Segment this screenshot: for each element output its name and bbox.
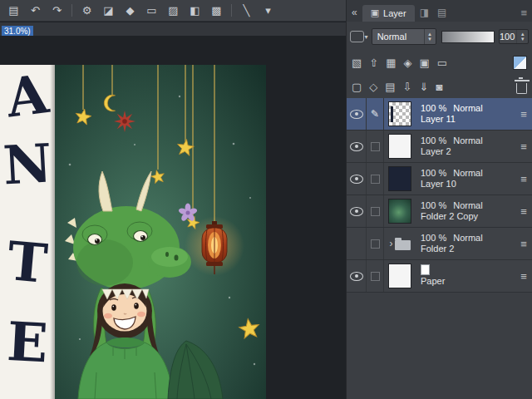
- palette-color-chevron-icon[interactable]: ▾: [365, 33, 368, 41]
- cover-letter: E: [0, 314, 57, 370]
- layer-thumbnail[interactable]: [384, 260, 416, 292]
- layer-edit-indicator: [367, 228, 384, 259]
- eraser-icon[interactable]: ◪: [101, 1, 116, 21]
- layer-name: Layer 2: [421, 146, 514, 156]
- clip-studio-paint-window: ▤↶↷⚙◪◆▭▨◧▩╲▾ 31.0%) A N T E: [0, 0, 532, 399]
- layer-row-folder-2[interactable]: › 100 %Normal Folder 2 ≡: [347, 228, 532, 260]
- layer-thumbnail[interactable]: [384, 131, 416, 162]
- lantern: [185, 216, 244, 276]
- layer-row-paper[interactable]: Paper ≡: [347, 260, 532, 293]
- set-as-reference-icon[interactable]: ▣: [420, 57, 430, 69]
- layer-menu-icon[interactable]: ≡: [515, 228, 532, 259]
- layer-property-row: ▧⇧▦◈▣▭: [352, 52, 527, 73]
- tab-layer-property-icon[interactable]: ◨: [420, 7, 429, 18]
- tone-icon[interactable]: ▩: [209, 1, 224, 21]
- layer-edit-indicator: [367, 260, 384, 292]
- new-raster-layer-icon[interactable]: ▢: [352, 81, 362, 93]
- clip-at-layer-icon[interactable]: ▧: [352, 57, 362, 69]
- dragon-illustration: [55, 65, 266, 399]
- layer-blend-mode: Normal: [453, 135, 482, 145]
- select-area-icon[interactable]: ▨: [166, 1, 180, 21]
- frame-icon[interactable]: ▭: [145, 1, 159, 21]
- layer-thumbnail[interactable]: [384, 195, 416, 227]
- create-layer-mask-icon[interactable]: ◙: [436, 81, 442, 93]
- layer-row-layer-10[interactable]: 100 %Normal Layer 10 ≡: [347, 163, 532, 195]
- tab-search-layer-icon[interactable]: ▤: [437, 7, 446, 18]
- layer-blend-mode: Normal: [453, 233, 482, 243]
- lock-layer-icon[interactable]: ▦: [386, 57, 396, 69]
- layer-row-layer-2[interactable]: 100 %Normal Layer 2 ≡: [347, 131, 532, 163]
- edit-target-chip: [371, 175, 380, 184]
- layer-opacity: 100 %: [421, 135, 446, 145]
- gradient-icon[interactable]: ◧: [188, 1, 202, 21]
- layer-row-folder-2-copy[interactable]: 100 %Normal Folder 2 Copy ≡: [347, 195, 532, 228]
- tool-dropdown-chevron-icon[interactable]: ▾: [261, 1, 275, 21]
- title-bar: 31.0%): [0, 22, 346, 36]
- undo-icon[interactable]: ↶: [28, 1, 42, 21]
- folder-expander[interactable]: ›: [384, 228, 416, 259]
- canvas-artwork[interactable]: [55, 65, 266, 399]
- edit-target-chip: [371, 207, 380, 216]
- layer-color-chip-icon[interactable]: [513, 56, 527, 70]
- opacity-spinner[interactable]: 100 ▴▾: [499, 29, 529, 44]
- spinner-chevrons-icon: ▴▾: [516, 30, 528, 43]
- layer-thumbnail[interactable]: [384, 98, 416, 130]
- layer-name: Folder 2: [421, 244, 514, 254]
- line-tool-icon[interactable]: ╲: [239, 1, 254, 21]
- snap-settings-icon[interactable]: ⚙: [80, 1, 94, 21]
- layer-edit-indicator: [367, 195, 384, 227]
- layer-menu-icon[interactable]: ≡: [515, 163, 532, 195]
- expand-chevron-icon[interactable]: ›: [390, 238, 393, 249]
- layer-visibility-toggle[interactable]: [347, 163, 367, 195]
- delete-layer-icon[interactable]: [516, 83, 527, 94]
- layer-visibility-toggle[interactable]: [347, 228, 367, 259]
- layer-row-layer-11[interactable]: ✎ 100 %Normal Layer 11 ≡: [347, 98, 532, 131]
- toolbar-divider: [231, 4, 232, 17]
- blend-mode-dropdown[interactable]: Normal ▴▾: [372, 28, 436, 45]
- eye-icon: [350, 110, 363, 119]
- layer-menu-icon[interactable]: ≡: [515, 131, 532, 162]
- opacity-slider[interactable]: [441, 31, 495, 43]
- ruler-icon[interactable]: ▭: [437, 57, 447, 69]
- tab-layer[interactable]: ▣ Layer: [362, 5, 415, 22]
- layer-menu-icon[interactable]: ≡: [515, 98, 532, 130]
- canvas-area[interactable]: A N T E: [0, 36, 346, 399]
- paste-icon[interactable]: ▤: [7, 1, 21, 21]
- layer-opacity: 100 %: [421, 233, 446, 243]
- layer-edit-indicator: ✎: [367, 98, 384, 130]
- fill-icon[interactable]: ◆: [123, 1, 137, 21]
- redo-icon[interactable]: ↷: [50, 1, 64, 21]
- toolbar-divider: [71, 4, 72, 17]
- layer-panel: « ▣ Layer ◨ ▤ ≡ ▾ Normal ▴▾ 100 ▴▾ ▧⇧▦◈▣…: [346, 0, 532, 399]
- layer-blend-mode: Normal: [453, 168, 482, 178]
- layer-thumbnail[interactable]: [384, 163, 416, 195]
- palette-color-icon[interactable]: [350, 31, 364, 42]
- folder-icon: [395, 240, 411, 250]
- layer-name: Folder 2 Copy: [421, 211, 514, 221]
- layer-panel-header: « ▣ Layer ◨ ▤ ≡: [347, 0, 532, 22]
- edit-target-chip: [371, 272, 380, 281]
- lock-transparent-pixels-icon[interactable]: ◈: [404, 57, 412, 69]
- layer-visibility-toggle[interactable]: [347, 195, 367, 227]
- layer-name: Layer 11: [421, 114, 514, 124]
- collapse-panel-icon[interactable]: «: [352, 7, 357, 18]
- layer-visibility-toggle[interactable]: [347, 260, 367, 292]
- layer-menu-icon[interactable]: ≡: [515, 260, 532, 292]
- edit-target-chip: [371, 239, 380, 249]
- enable-mask-icon[interactable]: ⇧: [369, 57, 378, 69]
- panel-menu-icon[interactable]: ≡: [520, 7, 527, 19]
- layer-name: Layer 10: [421, 179, 514, 189]
- new-vector-layer-icon[interactable]: ◇: [369, 81, 377, 93]
- layer-visibility-toggle[interactable]: [347, 98, 367, 130]
- layer-visibility-toggle[interactable]: [347, 131, 367, 162]
- eye-icon: [350, 142, 363, 151]
- canvas-page-left[interactable]: A N T E: [0, 65, 55, 399]
- transfer-to-lower-icon[interactable]: ⇩: [403, 81, 412, 93]
- layer-blend-mode: Normal: [453, 103, 482, 113]
- layer-edit-indicator: [367, 131, 384, 162]
- edit-target-chip: [371, 142, 380, 151]
- new-folder-icon[interactable]: ▤: [385, 81, 395, 93]
- cover-letter: T: [0, 234, 57, 292]
- layer-menu-icon[interactable]: ≡: [515, 195, 532, 227]
- combine-to-lower-icon[interactable]: ⇓: [420, 81, 429, 93]
